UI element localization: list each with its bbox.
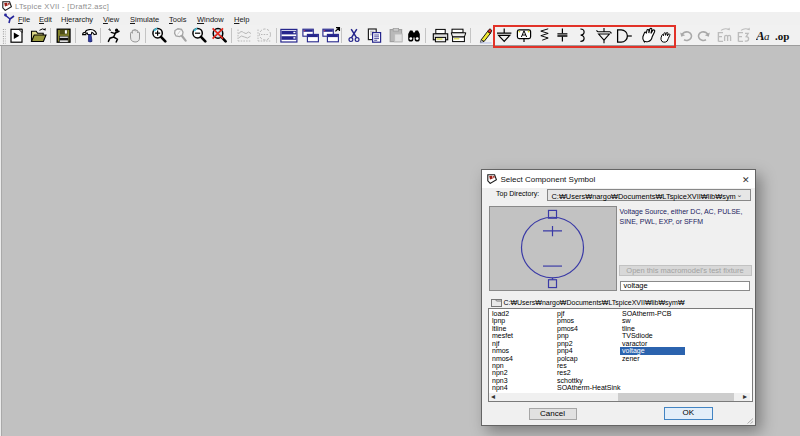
svg-text:a: a [764,30,770,42]
svg-text:.op: .op [775,30,789,42]
